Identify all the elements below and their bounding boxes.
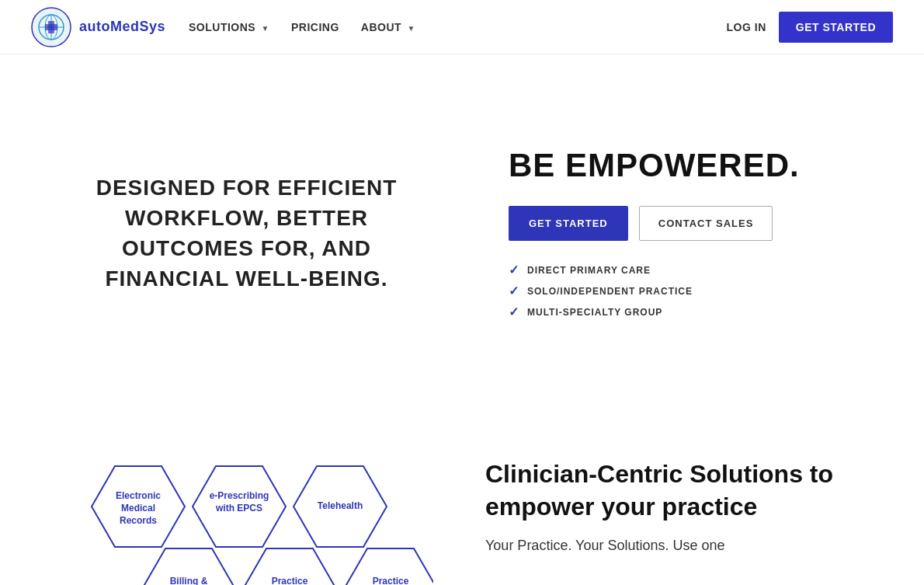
solutions-title: Clinician-Centric Solutions to empower y… [485,458,877,523]
nav-left: autoMedSys SOLUTIONS ▼ PRICING ABOUT ▼ [31,7,415,47]
svg-text:Telehealth: Telehealth [317,500,362,511]
solutions-subtitle: Your Practice. Your Solutions. Use one [485,535,877,556]
get-started-nav-button[interactable]: GET STARTED [779,12,893,43]
svg-text:e-Prescribing: e-Prescribing [209,490,269,501]
svg-text:Medical: Medical [120,503,155,514]
login-button[interactable]: LOG IN [727,21,766,33]
hex-practice-mgmt: Practice Management [243,548,336,585]
svg-text:Electronic: Electronic [115,490,160,501]
checklist-item-1: ✓ DIRECT PRIMARY CARE [509,263,877,277]
hero-checklist: ✓ DIRECT PRIMARY CARE ✓ SOLO/INDEPENDENT… [509,263,877,319]
hero-headline: DESIGNED FOR EFFICIENT WORKFLOW, BETTER … [62,172,431,294]
solutions-left: Electronic Medical Records e-Prescribing… [0,443,454,585]
svg-text:Practice: Practice [372,576,408,585]
svg-rect-6 [45,24,57,30]
hex-telehealth: Telehealth [294,466,387,547]
logo-icon [31,7,71,47]
brand-name: autoMedSys [79,19,165,35]
solutions-section: Electronic Medical Records e-Prescribing… [0,412,924,585]
solutions-link[interactable]: SOLUTIONS ▼ [189,21,269,33]
nav-solutions[interactable]: SOLUTIONS ▼ [189,20,269,34]
nav-about[interactable]: ABOUT ▼ [361,20,415,34]
nav-right: LOG IN GET STARTED [727,12,893,43]
be-empowered-title: BE EMPOWERED. [509,147,877,184]
about-link[interactable]: ABOUT ▼ [361,21,415,33]
check-icon-1: ✓ [509,263,519,277]
svg-text:with EPCS: with EPCS [214,503,262,514]
svg-text:Records: Records [119,515,156,526]
checklist-label-3: MULTI-SPECIALTY GROUP [527,307,662,318]
check-icon-3: ✓ [509,305,519,319]
hero-section: DESIGNED FOR EFFICIENT WORKFLOW, BETTER … [0,54,924,412]
nav-pricing[interactable]: PRICING [291,20,339,34]
checklist-label-2: SOLO/INDEPENDENT PRACTICE [527,286,693,297]
about-dropdown-icon: ▼ [408,24,415,33]
hero-right: BE EMPOWERED. GET STARTED CONTACT SALES … [478,100,924,366]
svg-text:Practice: Practice [271,576,307,585]
checklist-label-1: DIRECT PRIMARY CARE [527,265,651,276]
hex-grid: Electronic Medical Records e-Prescribing… [53,458,433,585]
hero-left: DESIGNED FOR EFFICIENT WORKFLOW, BETTER … [0,126,478,341]
logo-link[interactable]: autoMedSys [31,7,165,47]
hex-billing: Billing & Claims [142,548,235,585]
solutions-right: Clinician-Centric Solutions to empower y… [454,443,924,572]
get-started-hero-button[interactable]: GET STARTED [509,206,628,241]
hero-buttons: GET STARTED CONTACT SALES [509,206,877,241]
pricing-link[interactable]: PRICING [291,21,339,33]
hex-eprescribing: e-Prescribing with EPCS [193,466,286,547]
solutions-dropdown-icon: ▼ [262,24,269,33]
main-nav: autoMedSys SOLUTIONS ▼ PRICING ABOUT ▼ [0,0,924,54]
nav-links: SOLUTIONS ▼ PRICING ABOUT ▼ [189,20,415,34]
checklist-item-3: ✓ MULTI-SPECIALTY GROUP [509,305,877,319]
contact-sales-button[interactable]: CONTACT SALES [639,206,773,241]
check-icon-2: ✓ [509,284,519,298]
hex-practice-analytics: Practice Analytics [344,548,433,585]
svg-text:Billing &: Billing & [169,576,207,585]
checklist-item-2: ✓ SOLO/INDEPENDENT PRACTICE [509,284,877,298]
hex-emr: Electronic Medical Records [92,466,185,547]
